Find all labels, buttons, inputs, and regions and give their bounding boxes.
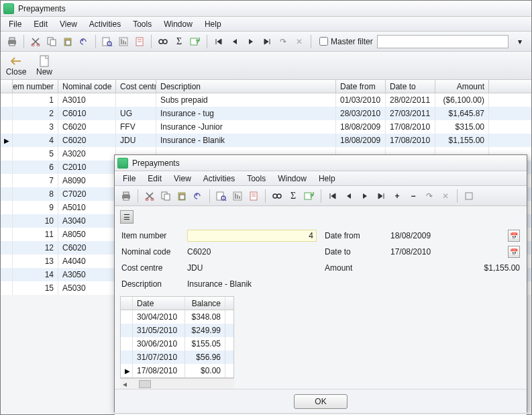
- col-description[interactable]: Description: [156, 80, 336, 93]
- svg-rect-29: [164, 194, 170, 200]
- detail-titlebar[interactable]: Prepayments: [115, 155, 527, 171]
- menu-activities[interactable]: Activities: [84, 18, 126, 30]
- sum-icon[interactable]: Σ: [286, 189, 301, 203]
- label-cost-centre: Cost centre: [121, 263, 183, 273]
- nav-first-icon[interactable]: [325, 189, 340, 203]
- main-toolbar: Σ ↷ ✕ Master filter ▾: [1, 32, 531, 52]
- table-row[interactable]: ▶17/08/2010$0.00: [121, 364, 233, 377]
- field-amount[interactable]: $1,155.00: [390, 262, 520, 274]
- col-date-from[interactable]: Date from: [336, 80, 386, 93]
- menu-activities[interactable]: Activities: [198, 173, 240, 185]
- nav-cancel-icon[interactable]: ✕: [438, 189, 453, 203]
- calculator-icon[interactable]: ☰: [120, 210, 134, 224]
- form-icon[interactable]: [132, 34, 147, 49]
- add-icon[interactable]: +: [390, 189, 405, 203]
- print-icon[interactable]: [119, 189, 134, 203]
- col-cost-centre[interactable]: Cost centre: [116, 80, 156, 93]
- label-nominal-code: Nominal code: [121, 247, 183, 257]
- cut-icon[interactable]: [142, 189, 157, 203]
- menu-edit[interactable]: Edit: [28, 18, 53, 30]
- master-filter-checkbox[interactable]: Master filter: [319, 37, 373, 46]
- menu-view[interactable]: View: [54, 18, 83, 30]
- filter-dropdown-icon[interactable]: ▾: [513, 34, 527, 49]
- print-icon[interactable]: [5, 34, 19, 49]
- field-description[interactable]: Insurance - Blanik: [187, 278, 317, 290]
- master-filter-input[interactable]: [377, 35, 509, 48]
- col-balance[interactable]: Balance: [185, 297, 225, 310]
- menu-window[interactable]: Window: [272, 173, 312, 185]
- svg-rect-44: [305, 193, 311, 199]
- field-nominal-code[interactable]: C6020: [187, 246, 317, 258]
- table-row[interactable]: 30/06/2010$155.05: [121, 337, 233, 351]
- table-row[interactable]: 1A3010Subs prepaid01/03/201028/02/2011($…: [1, 93, 531, 107]
- label-date-from: Date from: [325, 231, 386, 240]
- table-row[interactable]: ▶4C6020JDUInsurance - Blanik18/08/200917…: [1, 134, 531, 147]
- undo-icon[interactable]: [76, 34, 91, 49]
- menu-edit[interactable]: Edit: [142, 173, 167, 185]
- col-date-to[interactable]: Date to: [386, 80, 435, 93]
- menu-file[interactable]: File: [3, 18, 27, 30]
- paste-icon[interactable]: [60, 34, 75, 49]
- app-icon: [3, 3, 14, 14]
- table-row[interactable]: 31/05/2010$249.99: [121, 324, 233, 337]
- close-button[interactable]: Close: [5, 54, 28, 78]
- nav-last-icon[interactable]: [374, 189, 388, 203]
- preview-icon[interactable]: [214, 189, 229, 203]
- menu-view[interactable]: View: [168, 173, 197, 185]
- main-title: Prepayments: [18, 4, 66, 13]
- field-date-from[interactable]: 18/08/2009: [390, 230, 504, 242]
- menu-help[interactable]: Help: [199, 18, 227, 30]
- nav-refresh-icon[interactable]: ↷: [276, 34, 290, 49]
- menu-help[interactable]: Help: [313, 173, 341, 185]
- copy-icon[interactable]: [44, 34, 59, 49]
- extra-icon[interactable]: [462, 189, 476, 203]
- field-cost-centre[interactable]: JDU: [187, 262, 317, 274]
- table-row[interactable]: 3C6020FFVInsurance -Junior18/08/200917/0…: [1, 120, 531, 134]
- nav-prev-icon[interactable]: [227, 34, 242, 49]
- table-row[interactable]: 31/07/2010$56.96: [121, 351, 233, 364]
- ok-button[interactable]: OK: [294, 394, 348, 409]
- col-item-number[interactable]: Item number: [13, 80, 58, 93]
- undo-icon[interactable]: [191, 189, 205, 203]
- calendar-icon[interactable]: 📅: [508, 246, 520, 258]
- col-nominal-code[interactable]: Nominal code: [58, 80, 116, 93]
- form-icon[interactable]: [246, 189, 261, 203]
- horizontal-scrollbar[interactable]: ◂: [120, 378, 234, 389]
- find-icon[interactable]: [156, 34, 170, 49]
- find-icon[interactable]: [270, 189, 284, 203]
- col-amount[interactable]: Amount: [435, 80, 489, 93]
- nav-prev-icon[interactable]: [341, 189, 356, 203]
- nav-last-icon[interactable]: [260, 34, 274, 49]
- menu-window[interactable]: Window: [158, 18, 198, 30]
- label-amount: Amount: [325, 263, 386, 273]
- table-row[interactable]: 30/04/2010$348.08: [121, 310, 233, 324]
- field-date-to[interactable]: 17/08/2010: [390, 246, 504, 258]
- menu-tools[interactable]: Tools: [242, 173, 271, 185]
- field-item-number[interactable]: 4: [187, 230, 317, 242]
- report-icon[interactable]: [230, 189, 245, 203]
- sum-icon[interactable]: Σ: [172, 34, 187, 49]
- nav-first-icon[interactable]: [211, 34, 226, 49]
- remove-icon[interactable]: −: [406, 189, 421, 203]
- table-row[interactable]: 2C6010UGInsurance - tug28/03/201027/03/2…: [1, 107, 531, 120]
- menu-tools[interactable]: Tools: [127, 18, 157, 30]
- nav-next-icon[interactable]: [358, 189, 372, 203]
- calendar-icon[interactable]: 📅: [508, 230, 520, 242]
- main-titlebar[interactable]: Prepayments: [1, 1, 531, 17]
- col-date[interactable]: Date: [133, 297, 185, 310]
- cut-icon[interactable]: [28, 34, 43, 49]
- preview-icon[interactable]: [100, 34, 115, 49]
- export-icon[interactable]: [188, 34, 203, 49]
- paste-icon[interactable]: [174, 189, 189, 203]
- report-icon[interactable]: [116, 34, 131, 49]
- new-button[interactable]: New: [33, 54, 56, 78]
- svg-rect-2: [9, 44, 15, 46]
- menu-file[interactable]: File: [117, 173, 141, 185]
- nav-next-icon[interactable]: [244, 34, 258, 49]
- nav-cancel-icon[interactable]: ✕: [292, 34, 307, 49]
- scroll-left-icon[interactable]: ◂: [120, 379, 129, 389]
- scroll-thumb[interactable]: [139, 380, 151, 388]
- copy-icon[interactable]: [158, 189, 173, 203]
- nav-refresh-icon[interactable]: ↷: [422, 189, 437, 203]
- export-icon[interactable]: [302, 189, 317, 203]
